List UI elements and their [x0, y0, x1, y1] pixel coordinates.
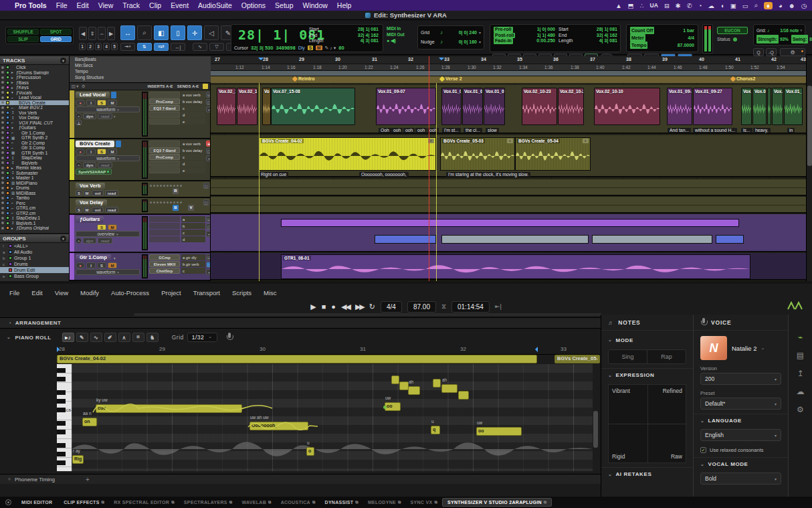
menu-item[interactable]: File [9, 289, 19, 297]
clip-header[interactable]: BGVs Create_05- [554, 355, 600, 363]
loop-button[interactable]: ↻ [369, 303, 375, 311]
mode-sing-button[interactable]: Sing [609, 350, 647, 363]
menu-item[interactable]: Scripts [232, 289, 251, 297]
window-tab[interactable]: SYNC VX ⧉ [406, 499, 442, 506]
elastic-audio-icon[interactable]: ✳ [76, 162, 82, 168]
menu-item[interactable]: Window [303, 1, 328, 9]
dropdown-icon[interactable]: ▾ [479, 37, 481, 47]
send-slot[interactable]: c [181, 105, 205, 111]
zoom-preset-button[interactable]: 2 [87, 43, 94, 50]
track-list-item[interactable]: ⌐ Gtr 1.Comp [0, 131, 69, 136]
piano-note[interactable]: uw oo [476, 427, 522, 436]
audio-clip[interactable]: Vox.01_0 [462, 88, 483, 125]
mute-button[interactable]: M [108, 149, 117, 155]
track-list-item[interactable]: ▾ ƒGuitars [0, 125, 69, 131]
menu-item[interactable]: Auto-Process [111, 289, 149, 297]
piano-roll-canvas[interactable]: ky uw cue aa n on uw ah uw Oooooooh, u o… [72, 364, 593, 471]
menu-item[interactable]: Event [171, 1, 189, 9]
track-visibility-dot[interactable] [1, 187, 4, 189]
status-icon[interactable]: ▲ [615, 2, 621, 9]
insert-slot[interactable]: Eleven MKII [149, 261, 180, 267]
track-name-button[interactable]: BGVs Create [76, 141, 114, 147]
track-list-item[interactable]: ↧ SlapDelay [0, 155, 69, 161]
timeline-selection-end-marker[interactable] [439, 58, 444, 63]
track-list-item[interactable]: ⌐ Perc [0, 201, 69, 206]
ara-active-icon[interactable]: ⊞ [206, 141, 211, 147]
song-marker[interactable]: Chorus2 [731, 76, 755, 81]
dyn-button[interactable]: dyn [83, 162, 96, 168]
relaxed-consonants-checkbox[interactable]: ✓ [700, 447, 706, 453]
status-icon[interactable]: UA [650, 2, 658, 9]
metronome-icon[interactable]: ⧖ [441, 303, 446, 311]
track-list-item[interactable]: ↧ SlapDelay.1 [0, 216, 69, 221]
track-list-item[interactable]: ▦ GTR Synth 1 [0, 151, 69, 156]
zoom-preset-button[interactable]: 5 [111, 43, 118, 50]
mute-button[interactable]: M [108, 224, 117, 230]
mode-rap-button[interactable]: Rap [647, 350, 686, 363]
piano-note[interactable]: u q [431, 426, 440, 434]
audio-clip[interactable]: GTR1_08-01 [281, 254, 750, 279]
track-freeze-icon[interactable]: ◫ [206, 99, 211, 105]
track-comments-icon[interactable]: ⊡ [206, 92, 211, 98]
automation-mode-button[interactable]: read [105, 207, 118, 213]
track-list-item[interactable]: ▸ ƒPercussion [0, 75, 69, 80]
ruler-name[interactable]: Tempo [70, 68, 211, 74]
loop-end-marker[interactable] [532, 347, 538, 352]
grid-nudge-label[interactable]: Grid [421, 28, 438, 37]
voice-icon[interactable]: ⊥ [76, 120, 82, 125]
zoom-button[interactable]: ◀ [79, 27, 87, 40]
lane-gtr1comp[interactable]: GTR1_08-01 [211, 253, 806, 280]
track-list-item[interactable]: ⌐ Gtr 3.Comp [0, 145, 69, 151]
edit-option-button[interactable]: ≡⇄ [154, 43, 169, 51]
solo-button[interactable]: S [76, 207, 82, 213]
track-list-item[interactable]: ▸ ƒBass [0, 80, 69, 86]
track-visibility-dot[interactable] [1, 201, 4, 204]
dly-indicator[interactable]: Dly [298, 46, 305, 50]
dyn-button[interactable]: dyn [83, 238, 96, 244]
track-visibility-dot[interactable] [1, 157, 4, 159]
roll-label[interactable]: Post-roll [494, 33, 515, 39]
piano-note[interactable] [399, 382, 409, 390]
track-visibility-dot[interactable] [1, 76, 4, 79]
elastic-audio-icon[interactable]: ✳ [76, 238, 82, 244]
insert-letter[interactable]: B [173, 205, 179, 211]
send-slot[interactable]: c [181, 268, 205, 274]
send-slot[interactable]: b vox delay [181, 147, 205, 153]
piano-note[interactable]: ky uw cue [96, 404, 242, 413]
track-list-item[interactable]: ▸ ƒDrums Swingin [0, 70, 69, 76]
quantize-button[interactable]: Q [753, 48, 764, 56]
track-list-item[interactable]: ⌐ Tambo [0, 195, 69, 201]
lyric-label[interactable]: oo [387, 404, 393, 408]
voice-selector[interactable]: N Natalie 2⌄ [700, 336, 781, 360]
ara-plugin-chip[interactable]: SyntVS2ARAP [76, 169, 112, 175]
menu-item[interactable]: Project [161, 289, 181, 297]
insert-letter[interactable]: V [188, 205, 194, 211]
audio-clip[interactable]: Vo [262, 88, 271, 125]
track-visibility-dot[interactable] [1, 181, 4, 184]
phoneme-label[interactable]: u [307, 440, 310, 445]
piano-note[interactable]: r ay Rig [72, 455, 84, 464]
forward-button[interactable]: ▶▶ [355, 303, 364, 311]
window-tab[interactable]: MIDI EDITOR [17, 499, 59, 506]
insert-slot[interactable] [149, 141, 180, 147]
track-list-item[interactable]: ⌐ BGVs Create [0, 100, 69, 106]
insert-slot[interactable] [149, 112, 180, 118]
ruler-name[interactable]: Bars|Beats [70, 56, 211, 62]
phoneme-label[interactable]: uw [385, 396, 391, 400]
audio-clip[interactable]: Vox.0 [752, 88, 767, 125]
piano-roll-tool[interactable]: ♞ [146, 333, 159, 342]
send-slot[interactable]: a gtr dly [181, 254, 205, 260]
insert-letter[interactable]: R [173, 188, 179, 194]
track-list-item[interactable]: ↧ Vox Verb [0, 110, 69, 116]
track-freeze-icon[interactable]: ◫ [206, 262, 211, 268]
track-name-button[interactable]: ƒGuitars [76, 216, 104, 223]
lyric-label[interactable]: q [433, 427, 435, 432]
markers-ruler[interactable]: Reintro Verse 2 Chorus2 [211, 76, 812, 83]
track-visibility-dot[interactable] [1, 161, 4, 164]
time-signature-display[interactable]: 4/4 [381, 301, 402, 313]
play-button[interactable]: ▶ [310, 303, 316, 311]
piano-note[interactable] [433, 379, 441, 388]
solo-button[interactable]: S [97, 262, 106, 268]
menu-item[interactable]: Track [122, 1, 140, 9]
group-list-item[interactable]: d Drum Edit [0, 267, 69, 273]
